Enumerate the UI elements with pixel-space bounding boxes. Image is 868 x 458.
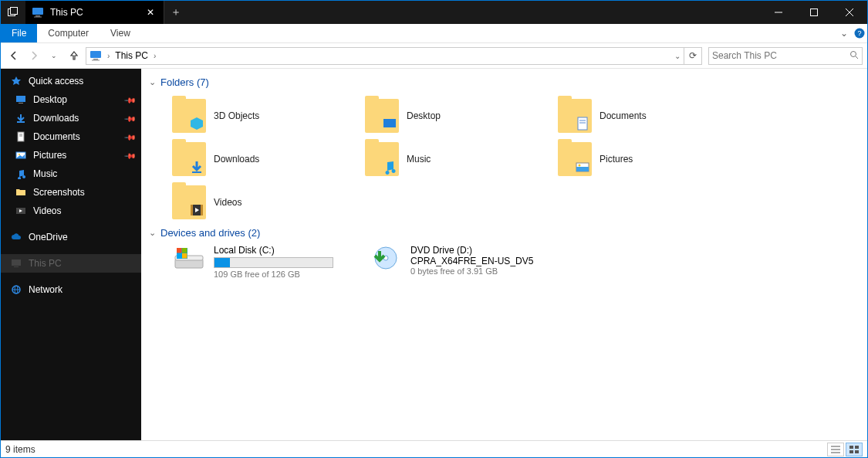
- minimize-button[interactable]: [761, 1, 796, 24]
- status-bar: 9 items: [1, 440, 867, 457]
- folders-group-header[interactable]: ⌄ Folders (7): [141, 73, 860, 94]
- item-label: 3D Objects: [214, 110, 259, 121]
- thispc-icon: [32, 6, 44, 19]
- sidebar-onedrive[interactable]: OneDrive: [1, 228, 141, 246]
- new-tab-button[interactable]: ＋: [164, 5, 187, 19]
- back-button[interactable]: [5, 47, 22, 64]
- svg-rect-17: [16, 96, 25, 102]
- ribbon-expand-button[interactable]: ⌄: [836, 24, 852, 42]
- sidebar-item-downloads[interactable]: Downloads 📌: [1, 109, 141, 127]
- sidebar-item-videos[interactable]: Videos: [1, 202, 141, 220]
- svg-rect-42: [191, 205, 193, 215]
- pin-icon: 📌: [124, 131, 137, 143]
- star-icon: [10, 75, 22, 87]
- icons-view-button[interactable]: [846, 443, 863, 456]
- folder-videos[interactable]: Videos: [172, 181, 365, 224]
- chevron-right-icon[interactable]: ›: [105, 52, 112, 60]
- recent-locations-button[interactable]: ⌄: [46, 47, 62, 64]
- search-input[interactable]: [712, 50, 849, 61]
- sidebar-item-label: Downloads: [33, 113, 79, 124]
- sidebar-thispc[interactable]: This PC: [1, 254, 141, 273]
- pictures-icon: [15, 149, 27, 161]
- details-view-button[interactable]: [827, 443, 844, 456]
- sidebar-quick-access[interactable]: Quick access: [1, 72, 141, 90]
- up-button[interactable]: [66, 47, 83, 64]
- folder-3dobjects[interactable]: 3D Objects: [172, 94, 365, 137]
- svg-rect-48: [177, 248, 182, 253]
- multitask-button[interactable]: [1, 1, 25, 24]
- computer-menu[interactable]: Computer: [37, 24, 100, 42]
- folder-documents[interactable]: Documents: [558, 94, 751, 137]
- status-text: 9 items: [5, 444, 35, 455]
- svg-rect-3: [35, 15, 40, 17]
- drive-local-c[interactable]: Local Disk (C:) 109 GB free of 126 GB: [141, 245, 338, 279]
- chevron-right-icon[interactable]: ›: [151, 52, 158, 60]
- drive-dvd-d[interactable]: DVD Drive (D:) CPRA_X64FRE_EN-US_DV5 0 b…: [338, 245, 535, 279]
- drives-group-header[interactable]: ⌄ Devices and drives (2): [141, 224, 860, 245]
- folder-icon: [365, 142, 399, 176]
- window-tab[interactable]: This PC ✕: [25, 1, 164, 24]
- download-icon: [15, 112, 27, 124]
- thispc-icon: [10, 257, 22, 270]
- svg-marker-32: [191, 117, 203, 130]
- svg-rect-60: [855, 450, 859, 453]
- folder-music[interactable]: Music: [365, 137, 558, 181]
- refresh-button[interactable]: ⟳: [684, 47, 702, 65]
- breadcrumb-item[interactable]: This PC: [115, 50, 148, 61]
- svg-rect-2: [32, 8, 43, 15]
- sidebar-network[interactable]: Network: [1, 280, 141, 299]
- folder-icon: [172, 142, 206, 176]
- sidebar-item-desktop[interactable]: Desktop 📌: [1, 90, 141, 109]
- svg-rect-6: [811, 9, 818, 16]
- sidebar-item-pictures[interactable]: Pictures 📌: [1, 146, 141, 165]
- drive-usage-bar: [214, 257, 333, 268]
- tab-close-button[interactable]: ✕: [144, 7, 157, 18]
- svg-rect-18: [19, 103, 23, 103]
- folder-pictures[interactable]: Pictures: [558, 137, 751, 181]
- folder-desktop[interactable]: Desktop: [365, 94, 558, 137]
- svg-rect-1: [11, 8, 18, 15]
- help-button[interactable]: ?: [852, 24, 867, 42]
- group-title: Folders (7): [160, 76, 209, 88]
- main-pane[interactable]: ⌄ Folders (7) 3D Objects Desktop Documen…: [141, 69, 867, 440]
- group-title: Devices and drives (2): [160, 227, 260, 239]
- drives-grid: Local Disk (C:) 109 GB free of 126 GB DV…: [141, 245, 860, 287]
- svg-rect-39: [576, 167, 589, 171]
- close-button[interactable]: [832, 1, 867, 24]
- pin-icon: 📌: [124, 93, 137, 106]
- sidebar-item-music[interactable]: Music: [1, 165, 141, 183]
- drive-free-text: 0 bytes free of 3.91 GB: [410, 266, 535, 276]
- folder-icon: [172, 185, 206, 219]
- sidebar-item-label: Network: [29, 284, 62, 295]
- item-label: Videos: [214, 197, 241, 208]
- maximize-button[interactable]: [796, 1, 832, 24]
- sidebar-item-label: Pictures: [33, 150, 66, 161]
- view-menu[interactable]: View: [100, 24, 141, 42]
- svg-rect-4: [34, 17, 42, 18]
- sidebar-item-screenshots[interactable]: Screenshots: [1, 183, 141, 202]
- forward-button[interactable]: [25, 47, 42, 64]
- drive-free-text: 109 GB free of 126 GB: [214, 270, 338, 279]
- navigation-pane[interactable]: Quick access Desktop 📌 Downloads 📌 Docum…: [1, 69, 141, 440]
- pin-icon: 📌: [124, 149, 137, 161]
- document-icon: [15, 131, 27, 143]
- search-box[interactable]: [708, 47, 863, 65]
- sidebar-item-documents[interactable]: Documents 📌: [1, 127, 141, 146]
- sidebar-item-label: Videos: [33, 205, 61, 216]
- breadcrumb[interactable]: › This PC › ⌄: [86, 47, 684, 65]
- sidebar-item-label: Quick access: [29, 76, 83, 87]
- video-icon: [15, 205, 27, 217]
- file-menu[interactable]: File: [1, 24, 37, 42]
- svg-rect-50: [177, 253, 182, 259]
- folder-downloads[interactable]: Downloads: [172, 137, 365, 181]
- svg-marker-16: [12, 76, 21, 85]
- tab-title: This PC: [50, 7, 83, 18]
- sidebar-item-label: Music: [33, 168, 57, 179]
- folder-icon: [558, 99, 592, 133]
- svg-rect-33: [383, 119, 396, 127]
- svg-rect-11: [90, 51, 101, 58]
- item-label: Downloads: [214, 154, 259, 165]
- folder-icon: [172, 99, 206, 133]
- svg-line-15: [856, 56, 858, 59]
- breadcrumb-dropdown[interactable]: ⌄: [674, 52, 681, 60]
